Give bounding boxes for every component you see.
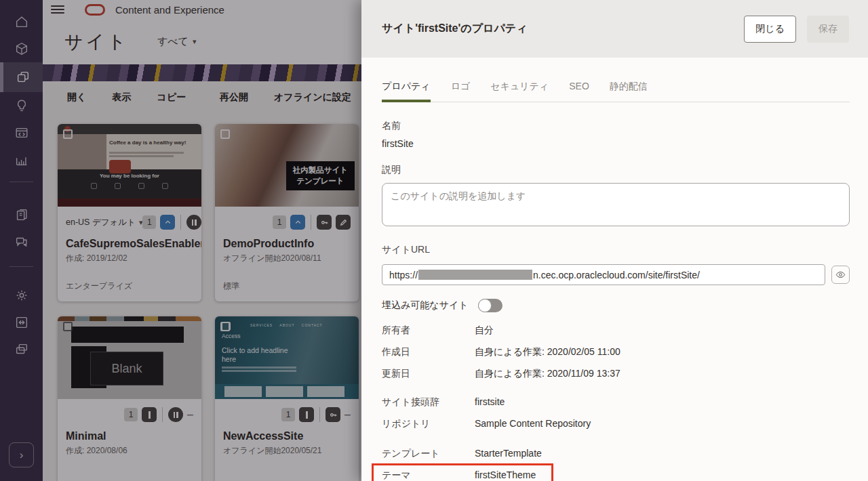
template-row: テンプレート StarterTemplate	[382, 448, 850, 460]
panel-title-site-name: 'firstSite'	[415, 22, 460, 34]
modal-dim-overlay	[0, 0, 361, 481]
description-textarea[interactable]	[382, 183, 850, 226]
panel-title: サイト'firstSite'のプロパティ	[382, 22, 528, 36]
panel-header: サイト'firstSite'のプロパティ 閉じる 保存	[361, 0, 868, 58]
repository-row: リポジトリ Sample Content Repository	[382, 418, 850, 430]
description-label: 説明	[382, 164, 850, 176]
site-properties-panel: サイト'firstSite'のプロパティ 閉じる 保存 プロパティ ロゴ セキュ…	[361, 0, 868, 481]
tab-logo[interactable]: ロゴ	[451, 81, 471, 102]
tab-static-delivery[interactable]: 静的配信	[610, 81, 648, 102]
site-url-input[interactable]: https:// n.cec.ocp.oraclecloud.com/site/…	[382, 264, 825, 285]
tab-seo[interactable]: SEO	[569, 81, 589, 102]
embeddable-site-label: 埋込み可能なサイト	[382, 299, 469, 312]
owner-row: 所有者 自分	[382, 325, 850, 337]
close-button[interactable]: 閉じる	[744, 16, 796, 43]
tab-properties[interactable]: プロパティ	[382, 81, 431, 102]
name-label: 名前	[382, 120, 850, 132]
embeddable-site-toggle[interactable]	[478, 299, 502, 312]
redacted-hostname-block	[418, 270, 532, 280]
eye-icon	[835, 270, 846, 280]
save-button[interactable]: 保存	[807, 16, 849, 43]
name-value: firstSite	[382, 138, 850, 149]
created-row: 作成日 自身による作業: 2020/02/05 11:00	[382, 346, 850, 358]
site-prefix-row: サイト接頭辞 firstsite	[382, 396, 850, 409]
updated-row: 更新日 自身による作業: 2020/11/09 13:37	[382, 368, 850, 380]
site-url-label: サイトURL	[382, 244, 850, 256]
panel-tabs: プロパティ ロゴ セキュリティ SEO 静的配信	[382, 81, 850, 102]
preview-url-button[interactable]	[831, 266, 850, 284]
property-rows: 所有者 自分 作成日 自身による作業: 2020/02/05 11:00 更新日…	[382, 325, 850, 481]
toggle-knob	[478, 299, 492, 312]
theme-row: テーマ firstSiteTheme	[382, 469, 850, 481]
tab-security[interactable]: セキュリティ	[490, 81, 549, 102]
